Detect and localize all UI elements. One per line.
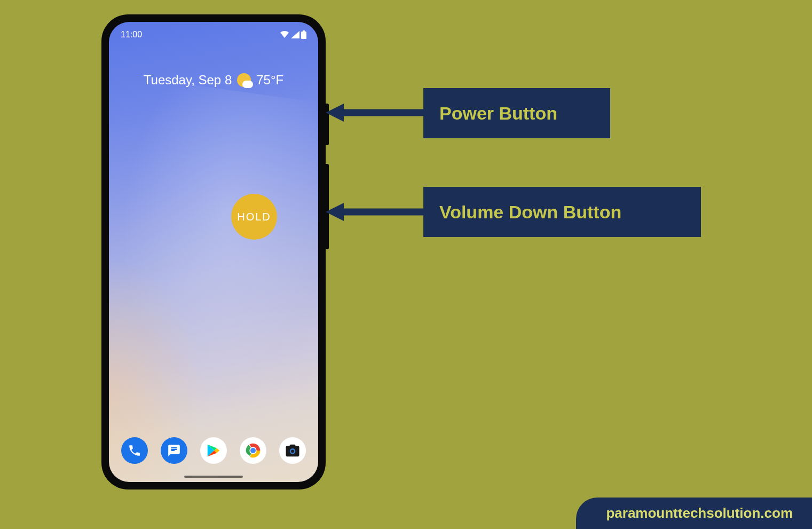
phone-app-icon[interactable]	[121, 437, 148, 464]
status-icons	[280, 30, 306, 39]
phone-frame: 11:00 Tuesday, Sep 8 75°F HOLD	[101, 14, 326, 489]
svg-marker-8	[326, 104, 344, 122]
weather-date: Tuesday, Sep 8	[144, 73, 232, 88]
weather-widget[interactable]: Tuesday, Sep 8 75°F	[109, 73, 318, 88]
camera-icon[interactable]	[279, 437, 306, 464]
hold-indicator: HOLD	[231, 194, 277, 240]
status-bar: 11:00	[109, 27, 318, 42]
weather-temp: 75°F	[256, 73, 283, 88]
svg-point-6	[291, 449, 294, 453]
arrow-volume	[326, 203, 427, 221]
label-volume-text: Volume Down Button	[439, 202, 621, 223]
arrow-power	[326, 104, 427, 122]
status-time: 11:00	[121, 30, 142, 40]
phone-screen: 11:00 Tuesday, Sep 8 75°F HOLD	[109, 22, 318, 482]
watermark: paramounttechsolution.com	[576, 498, 812, 529]
navigation-pill[interactable]	[184, 476, 243, 478]
battery-icon	[301, 30, 306, 39]
label-power-text: Power Button	[439, 103, 557, 124]
watermark-text: paramounttechsolution.com	[606, 505, 793, 521]
chrome-icon[interactable]	[240, 437, 266, 464]
svg-point-4	[250, 448, 256, 453]
signal-icon	[291, 31, 299, 38]
play-store-icon[interactable]	[200, 437, 227, 464]
label-volume-button: Volume Down Button	[423, 187, 701, 237]
messages-app-icon[interactable]	[161, 437, 187, 464]
wifi-icon	[280, 31, 289, 38]
hold-label: HOLD	[237, 211, 271, 223]
svg-marker-10	[326, 203, 344, 221]
svg-rect-1	[303, 30, 305, 32]
app-dock	[109, 437, 318, 464]
svg-rect-0	[301, 31, 306, 39]
weather-icon	[237, 73, 251, 87]
label-power-button: Power Button	[423, 88, 610, 138]
